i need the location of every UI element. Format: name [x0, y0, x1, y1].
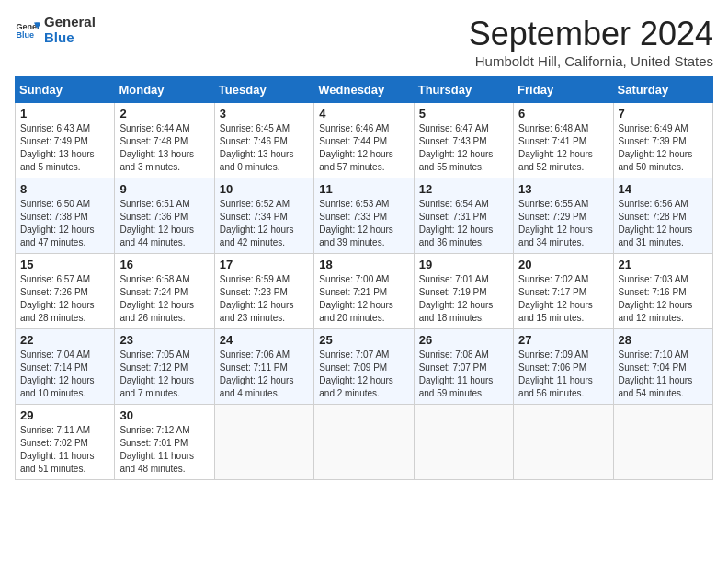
- day-number: 18: [319, 258, 408, 271]
- logo-blue-text: Blue: [44, 30, 96, 46]
- day-detail: Sunrise: 7:09 AM Sunset: 7:06 PM Dayligh…: [518, 349, 608, 400]
- day-number: 6: [518, 107, 608, 121]
- calendar-cell: 9Sunrise: 6:51 AM Sunset: 7:36 PM Daylig…: [115, 178, 214, 254]
- day-detail: Sunrise: 6:52 AM Sunset: 7:34 PM Dayligh…: [220, 198, 309, 249]
- calendar-header: SundayMondayTuesdayWednesdayThursdayFrid…: [16, 77, 713, 103]
- day-detail: Sunrise: 7:07 AM Sunset: 7:09 PM Dayligh…: [319, 349, 408, 400]
- calendar-table: SundayMondayTuesdayWednesdayThursdayFrid…: [15, 76, 713, 480]
- day-number: 9: [119, 182, 209, 196]
- day-detail: Sunrise: 6:51 AM Sunset: 7:36 PM Dayligh…: [119, 198, 209, 249]
- calendar-cell: 1Sunrise: 6:43 AM Sunset: 7:49 PM Daylig…: [16, 103, 115, 178]
- calendar-cell: [414, 405, 513, 480]
- weekday-header-monday: Monday: [115, 77, 214, 103]
- day-number: 15: [20, 258, 109, 271]
- day-detail: Sunrise: 6:58 AM Sunset: 7:24 PM Dayligh…: [119, 273, 209, 325]
- day-detail: Sunrise: 7:01 AM Sunset: 7:19 PM Dayligh…: [419, 273, 508, 325]
- calendar-week-3: 15Sunrise: 6:57 AM Sunset: 7:26 PM Dayli…: [16, 254, 713, 329]
- calendar-cell: 20Sunrise: 7:02 AM Sunset: 7:17 PM Dayli…: [514, 254, 613, 329]
- day-detail: Sunrise: 7:02 AM Sunset: 7:17 PM Dayligh…: [518, 273, 608, 325]
- day-number: 16: [119, 258, 209, 271]
- calendar-cell: 22Sunrise: 7:04 AM Sunset: 7:14 PM Dayli…: [16, 329, 115, 405]
- day-number: 25: [319, 333, 408, 347]
- day-number: 26: [419, 333, 508, 347]
- calendar-cell: 30Sunrise: 7:12 AM Sunset: 7:01 PM Dayli…: [115, 405, 214, 480]
- logo: General Blue General Blue: [15, 15, 96, 45]
- day-detail: Sunrise: 7:08 AM Sunset: 7:07 PM Dayligh…: [419, 349, 508, 400]
- logo-general-text: General: [44, 15, 96, 30]
- day-number: 29: [20, 408, 109, 422]
- calendar-week-5: 29Sunrise: 7:11 AM Sunset: 7:02 PM Dayli…: [16, 405, 713, 480]
- day-number: 24: [220, 333, 309, 347]
- calendar-cell: 5Sunrise: 6:47 AM Sunset: 7:43 PM Daylig…: [414, 103, 513, 178]
- day-detail: Sunrise: 6:47 AM Sunset: 7:43 PM Dayligh…: [419, 122, 508, 174]
- calendar-cell: 4Sunrise: 6:46 AM Sunset: 7:44 PM Daylig…: [314, 103, 414, 178]
- day-number: 30: [119, 408, 209, 422]
- calendar-cell: 27Sunrise: 7:09 AM Sunset: 7:06 PM Dayli…: [514, 329, 613, 405]
- calendar-cell: 16Sunrise: 6:58 AM Sunset: 7:24 PM Dayli…: [115, 254, 214, 329]
- calendar-cell: 11Sunrise: 6:53 AM Sunset: 7:33 PM Dayli…: [314, 178, 414, 254]
- day-number: 23: [119, 333, 209, 347]
- day-detail: Sunrise: 7:05 AM Sunset: 7:12 PM Dayligh…: [119, 349, 209, 400]
- day-detail: Sunrise: 6:45 AM Sunset: 7:46 PM Dayligh…: [220, 122, 309, 174]
- calendar-cell: 15Sunrise: 6:57 AM Sunset: 7:26 PM Dayli…: [16, 254, 115, 329]
- calendar-cell: 28Sunrise: 7:10 AM Sunset: 7:04 PM Dayli…: [613, 329, 712, 405]
- day-number: 2: [119, 107, 209, 121]
- day-detail: Sunrise: 6:53 AM Sunset: 7:33 PM Dayligh…: [319, 198, 408, 249]
- calendar-cell: 29Sunrise: 7:11 AM Sunset: 7:02 PM Dayli…: [16, 405, 115, 480]
- calendar-cell: [613, 405, 712, 480]
- weekday-header-tuesday: Tuesday: [214, 77, 313, 103]
- calendar-cell: 3Sunrise: 6:45 AM Sunset: 7:46 PM Daylig…: [214, 103, 313, 178]
- day-number: 3: [220, 107, 309, 121]
- day-number: 27: [518, 333, 608, 347]
- calendar-cell: 6Sunrise: 6:48 AM Sunset: 7:41 PM Daylig…: [514, 103, 613, 178]
- calendar-cell: 8Sunrise: 6:50 AM Sunset: 7:38 PM Daylig…: [16, 178, 115, 254]
- month-title: September 2024: [469, 15, 713, 53]
- day-detail: Sunrise: 7:11 AM Sunset: 7:02 PM Dayligh…: [20, 424, 109, 476]
- calendar-cell: 19Sunrise: 7:01 AM Sunset: 7:19 PM Dayli…: [414, 254, 513, 329]
- calendar-cell: 14Sunrise: 6:56 AM Sunset: 7:28 PM Dayli…: [613, 178, 712, 254]
- page-header: General Blue General Blue September 2024…: [15, 15, 713, 69]
- day-detail: Sunrise: 6:59 AM Sunset: 7:23 PM Dayligh…: [220, 273, 309, 325]
- weekday-header-saturday: Saturday: [613, 77, 712, 103]
- day-detail: Sunrise: 7:00 AM Sunset: 7:21 PM Dayligh…: [319, 273, 408, 325]
- day-detail: Sunrise: 7:03 AM Sunset: 7:16 PM Dayligh…: [619, 273, 708, 325]
- day-detail: Sunrise: 7:06 AM Sunset: 7:11 PM Dayligh…: [220, 349, 309, 400]
- calendar-cell: 26Sunrise: 7:08 AM Sunset: 7:07 PM Dayli…: [414, 329, 513, 405]
- weekday-header-thursday: Thursday: [414, 77, 513, 103]
- day-number: 28: [619, 333, 708, 347]
- day-number: 5: [419, 107, 508, 121]
- day-detail: Sunrise: 6:57 AM Sunset: 7:26 PM Dayligh…: [20, 273, 109, 325]
- calendar-cell: 17Sunrise: 6:59 AM Sunset: 7:23 PM Dayli…: [214, 254, 313, 329]
- day-detail: Sunrise: 6:49 AM Sunset: 7:39 PM Dayligh…: [619, 122, 708, 174]
- day-detail: Sunrise: 6:44 AM Sunset: 7:48 PM Dayligh…: [119, 122, 209, 174]
- location-title: Humboldt Hill, California, United States: [469, 53, 713, 69]
- day-number: 17: [220, 258, 309, 271]
- calendar-week-1: 1Sunrise: 6:43 AM Sunset: 7:49 PM Daylig…: [16, 103, 713, 178]
- day-number: 20: [518, 258, 608, 271]
- day-number: 21: [619, 258, 708, 271]
- day-number: 22: [20, 333, 109, 347]
- day-detail: Sunrise: 6:48 AM Sunset: 7:41 PM Dayligh…: [518, 122, 608, 174]
- calendar-cell: [514, 405, 613, 480]
- day-detail: Sunrise: 6:54 AM Sunset: 7:31 PM Dayligh…: [419, 198, 508, 249]
- day-number: 19: [419, 258, 508, 271]
- calendar-cell: 21Sunrise: 7:03 AM Sunset: 7:16 PM Dayli…: [613, 254, 712, 329]
- weekday-header-sunday: Sunday: [16, 77, 115, 103]
- day-number: 1: [20, 107, 109, 121]
- calendar-week-4: 22Sunrise: 7:04 AM Sunset: 7:14 PM Dayli…: [16, 329, 713, 405]
- day-detail: Sunrise: 6:50 AM Sunset: 7:38 PM Dayligh…: [20, 198, 109, 249]
- day-number: 8: [20, 182, 109, 196]
- day-number: 14: [619, 182, 708, 196]
- calendar-week-2: 8Sunrise: 6:50 AM Sunset: 7:38 PM Daylig…: [16, 178, 713, 254]
- calendar-cell: [214, 405, 313, 480]
- day-number: 10: [220, 182, 309, 196]
- weekday-header-wednesday: Wednesday: [314, 77, 414, 103]
- logo-icon: General Blue: [15, 17, 40, 43]
- day-detail: Sunrise: 7:04 AM Sunset: 7:14 PM Dayligh…: [20, 349, 109, 400]
- title-block: September 2024 Humboldt Hill, California…: [469, 15, 713, 69]
- day-number: 11: [319, 182, 408, 196]
- calendar-cell: 7Sunrise: 6:49 AM Sunset: 7:39 PM Daylig…: [613, 103, 712, 178]
- calendar-cell: 12Sunrise: 6:54 AM Sunset: 7:31 PM Dayli…: [414, 178, 513, 254]
- calendar-cell: 10Sunrise: 6:52 AM Sunset: 7:34 PM Dayli…: [214, 178, 313, 254]
- calendar-cell: 18Sunrise: 7:00 AM Sunset: 7:21 PM Dayli…: [314, 254, 414, 329]
